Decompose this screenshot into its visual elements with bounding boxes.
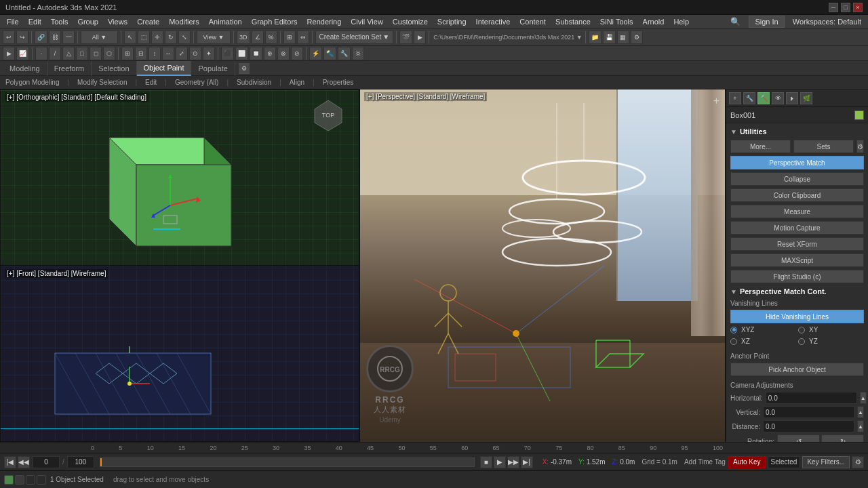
- mode-settings-btn[interactable]: ⚙: [238, 62, 250, 75]
- viewport-front[interactable]: [+] [Front] [Standard] [Wireframe]: [0, 266, 359, 442]
- snap-angle[interactable]: ∠: [252, 30, 264, 44]
- distance-input[interactable]: [763, 420, 854, 432]
- menu-views[interactable]: Views: [104, 16, 132, 27]
- vertical-up-btn[interactable]: ▲: [857, 406, 864, 418]
- utilities-section-header[interactable]: ▼ Utilities: [730, 127, 864, 136]
- motion-panel-icon[interactable]: ⏵: [786, 92, 798, 104]
- reference-coord[interactable]: View ▼: [197, 30, 231, 44]
- go-to-start-btn[interactable]: |◀: [4, 456, 16, 468]
- ribbon-btn4[interactable]: ↔: [162, 47, 174, 60]
- yz-radio[interactable]: [798, 338, 805, 345]
- link-button[interactable]: 🔗: [35, 30, 47, 44]
- tab-modeling[interactable]: Modeling: [3, 61, 47, 76]
- ribbon-btn3[interactable]: ↕: [149, 47, 161, 60]
- persp-match-section-header[interactable]: ▼ Perspective Match Cont.: [730, 287, 864, 296]
- render-setup[interactable]: 🎬: [399, 30, 412, 44]
- menu-content[interactable]: Content: [515, 16, 550, 27]
- snap-toggle-3d[interactable]: 3D: [237, 30, 250, 44]
- modify-panel-icon[interactable]: 🔧: [743, 92, 755, 104]
- signin-button[interactable]: Sign In: [749, 16, 784, 28]
- rotation-ccw-btn[interactable]: ↺: [777, 434, 820, 442]
- timeline-track[interactable]: [100, 458, 475, 467]
- menu-tools[interactable]: Tools: [47, 16, 73, 27]
- play-anim-btn[interactable]: ▶: [3, 47, 15, 60]
- extra-btn[interactable]: ⚙: [631, 30, 643, 44]
- curve-editor[interactable]: 📈: [16, 47, 29, 60]
- search-icon[interactable]: 🔍: [726, 16, 745, 28]
- menu-substance[interactable]: Substance: [551, 16, 595, 27]
- distance-up-btn[interactable]: ▲: [857, 420, 864, 432]
- border-select[interactable]: □: [76, 47, 88, 60]
- menu-civil-view[interactable]: Civil View: [347, 16, 387, 27]
- menu-file[interactable]: File: [3, 16, 23, 27]
- select-filter[interactable]: All ▼: [81, 30, 118, 44]
- face-select[interactable]: △: [62, 47, 75, 60]
- sub-geometry[interactable]: Geometry (All): [172, 79, 221, 86]
- menu-modifiers[interactable]: Modifiers: [165, 16, 203, 27]
- ribbon-btn1[interactable]: ⊞: [121, 47, 134, 60]
- measure-btn[interactable]: Measure: [730, 205, 864, 218]
- extra-tool3[interactable]: 🔲: [250, 47, 262, 60]
- xy-radio[interactable]: [798, 327, 805, 333]
- sets-extra-btn[interactable]: ⚙: [856, 140, 864, 153]
- nav-cube[interactable]: TOP: [311, 97, 345, 132]
- xyz-radio[interactable]: [730, 327, 737, 333]
- save-file-btn[interactable]: 💾: [603, 30, 616, 44]
- open-file-btn[interactable]: 📁: [589, 30, 601, 44]
- extra-tool5[interactable]: ⊗: [277, 47, 290, 60]
- ribbon-btn2[interactable]: ⊟: [135, 47, 147, 60]
- menu-graph-editors[interactable]: Graph Editors: [248, 16, 302, 27]
- auto-key-btn[interactable]: Auto Key: [728, 456, 766, 468]
- tab-selection[interactable]: Selection: [92, 61, 136, 76]
- minimize-button[interactable]: ─: [829, 3, 838, 12]
- select-object[interactable]: ↖: [124, 30, 136, 44]
- close-button[interactable]: ×: [853, 3, 863, 12]
- sub-modify-selection[interactable]: Modify Selection: [75, 79, 130, 86]
- select-region[interactable]: ⬚: [138, 30, 150, 44]
- horizontal-input[interactable]: [766, 392, 857, 404]
- render-button[interactable]: ▶: [414, 30, 426, 44]
- key-filters-btn[interactable]: Key Filters...: [802, 456, 850, 468]
- menu-create[interactable]: Create: [133, 16, 163, 27]
- element-select[interactable]: ⬡: [103, 47, 115, 60]
- poly-select[interactable]: ◻: [90, 47, 102, 60]
- more-button[interactable]: More...: [730, 140, 791, 153]
- next-frame-btn[interactable]: ▶▶: [507, 456, 519, 468]
- sub-subdivision[interactable]: Subdivision: [234, 79, 274, 86]
- vertex-select[interactable]: ·: [35, 47, 47, 60]
- rotation-cw-btn[interactable]: ↻: [821, 434, 864, 442]
- sub-align[interactable]: Align: [287, 79, 307, 86]
- maximize-button[interactable]: □: [841, 3, 850, 12]
- menu-group[interactable]: Group: [73, 16, 102, 27]
- extra-tool4[interactable]: ⊕: [264, 47, 276, 60]
- motion-capture-btn[interactable]: Motion Capture: [730, 221, 864, 235]
- menu-customize[interactable]: Customize: [389, 16, 432, 27]
- redo-button[interactable]: ↪: [16, 30, 28, 44]
- flight-studio-btn[interactable]: Flight Studio (c): [730, 270, 864, 283]
- tab-freeform[interactable]: Freeform: [47, 61, 92, 76]
- extra-tool6[interactable]: ⊘: [291, 47, 303, 60]
- sets-button[interactable]: Sets: [793, 140, 854, 153]
- layers-btn[interactable]: ▦: [617, 30, 629, 44]
- horizontal-up-btn[interactable]: ▲: [860, 392, 867, 404]
- extra-tool7[interactable]: ⚡: [309, 47, 322, 60]
- create-selection-set-btn[interactable]: Create Selection Set ▼: [315, 30, 394, 44]
- go-to-end-btn[interactable]: ▶|: [521, 456, 533, 468]
- scale-tool[interactable]: ⤡: [178, 30, 191, 44]
- unlink-button[interactable]: ⛓: [49, 30, 61, 44]
- color-clipboard-btn[interactable]: Color Clipboard: [730, 188, 864, 202]
- extra-tool9[interactable]: 🔧: [338, 47, 351, 60]
- mirror-button[interactable]: ⇔: [297, 30, 309, 44]
- perspective-match-btn[interactable]: Perspective Match: [730, 156, 864, 169]
- pick-anchor-object-btn[interactable]: Pick Anchor Object: [730, 363, 864, 376]
- menu-interactive[interactable]: Interactive: [472, 16, 515, 27]
- hide-vanishing-lines-btn[interactable]: Hide Vanishing Lines: [730, 310, 864, 323]
- collapse-btn[interactable]: Collapse: [730, 172, 864, 186]
- menu-help[interactable]: Help: [669, 16, 693, 27]
- tab-object-paint[interactable]: Object Paint: [137, 61, 192, 76]
- viewport-perspective[interactable]: [+] [Perspective] [Standard] [Wireframe]: [359, 89, 726, 442]
- display-panel-icon[interactable]: 👁: [772, 92, 784, 104]
- menu-animation[interactable]: Animation: [205, 16, 246, 27]
- rotate-tool[interactable]: ↻: [165, 30, 177, 44]
- sub-edit[interactable]: Edit: [142, 79, 159, 86]
